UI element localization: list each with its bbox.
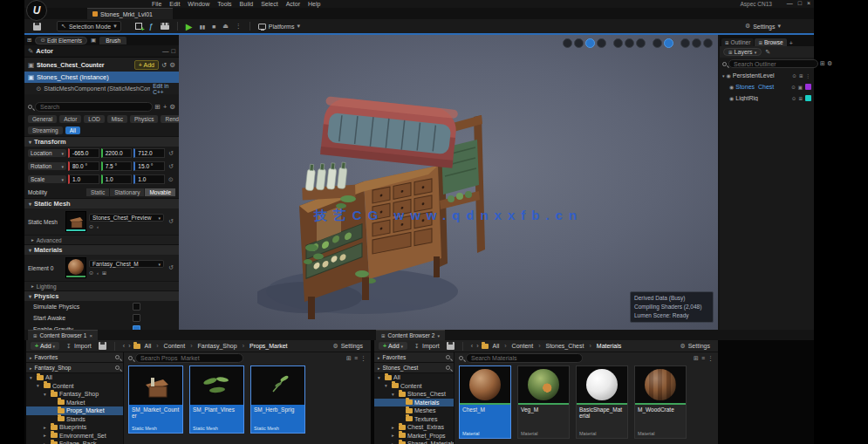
scale-snap-icon[interactable] [664, 38, 673, 48]
menu-select[interactable]: Select [261, 1, 277, 7]
close-tab-icon[interactable]: × [89, 333, 92, 338]
minimize-button[interactable]: — [787, 0, 793, 6]
view-options-icon[interactable]: ⋮ [707, 355, 714, 362]
breadcrumb[interactable]: All [144, 343, 151, 349]
rotation-x-field[interactable]: 80.0 ° [68, 161, 99, 171]
tab-browse[interactable]: ⊞Browse [755, 38, 786, 46]
material-combobox[interactable]: Fantasy_Chest_M▾ [89, 260, 164, 268]
import-button[interactable]: ↧Import [63, 342, 95, 351]
filter-rendering[interactable]: Rendering [161, 115, 179, 123]
add-tab-button[interactable]: + [789, 40, 793, 46]
location-z-field[interactable]: 712.0 [133, 148, 165, 158]
reset-material-button[interactable]: ↺ [167, 264, 175, 271]
asset-card[interactable]: SM_Plant_VinesStatic Mesh [189, 365, 244, 434]
3d-viewport[interactable]: 技艺CG www.qdnxxfb.cn Derived Data (Busy) … [179, 35, 718, 330]
close-button[interactable]: × [807, 0, 810, 6]
breadcrumb[interactable]: Content [512, 343, 534, 349]
location-dropdown[interactable]: Location▾ [28, 149, 66, 157]
breadcrumb-current[interactable]: Materials [597, 343, 621, 349]
expander-icon[interactable]: ▾ [722, 73, 725, 79]
scale-tool-icon[interactable] [597, 38, 606, 48]
grid-snap-icon[interactable] [625, 38, 634, 48]
edit-in-cpp-link[interactable]: Edit in C++ [153, 83, 175, 95]
layers-dropdown[interactable]: ⊞Layers▾ [723, 48, 762, 56]
tree-item[interactable]: ▸Environment_Set [26, 432, 123, 441]
component-row[interactable]: ⊙ StaticMeshComponent (StaticMeshCompone… [24, 83, 179, 94]
breadcrumb[interactable]: Fantasy_Shop [197, 343, 236, 349]
tab-brush[interactable]: Brush [99, 37, 126, 44]
tab-options-icon[interactable]: ▾ [437, 333, 440, 338]
pin-icon[interactable]: ⊙ [792, 73, 797, 79]
expand-icon[interactable]: □ [171, 47, 175, 55]
material-thumbnail[interactable] [65, 257, 86, 278]
tree-item[interactable]: Meshes [374, 406, 454, 415]
save-all-icon[interactable] [447, 342, 455, 350]
pin-icon[interactable]: ⊙ [792, 96, 797, 101]
tree-item[interactable]: ▾Content [374, 382, 454, 391]
menu-actor[interactable]: Actor [286, 1, 300, 7]
scale-x-field[interactable]: 1.0 [68, 174, 99, 184]
content-browser-1-tab[interactable]: ⊞ Content Browser 1 × [28, 330, 98, 340]
screenshot-icon[interactable] [692, 38, 701, 48]
view-grid-icon[interactable]: ⊞ [346, 355, 352, 362]
asset-search-input[interactable] [135, 353, 243, 363]
tree-item[interactable]: Market [26, 399, 123, 407]
filter-actor[interactable]: Actor [59, 115, 81, 123]
pin-icon[interactable]: ⊙ [791, 85, 796, 90]
use-selected-icon[interactable]: ‹ [97, 223, 99, 229]
lock-scale-button[interactable]: ⊙ [167, 176, 175, 183]
favorites-header[interactable]: ▸Favorites [26, 352, 123, 363]
pause-button[interactable]: ▮▮ [195, 23, 208, 31]
mobility-static[interactable]: Static [86, 188, 109, 196]
menu-edit[interactable]: Edit [169, 1, 180, 7]
level-tab[interactable]: Stones_Mrkt_Lvl01 [87, 8, 173, 19]
reset-location-button[interactable]: ↺ [167, 150, 175, 157]
scale-y-field[interactable]: 1.0 [101, 174, 133, 184]
rotation-dropdown[interactable]: Rotation▾ [28, 162, 66, 170]
add-actor-button[interactable] [132, 22, 146, 31]
camera-speed-icon[interactable] [680, 38, 690, 48]
collapse-icon[interactable]: — [162, 47, 169, 55]
tree-root-header[interactable]: ▸Fantasy_Shop [26, 363, 123, 373]
asset-card[interactable]: SM_Market_CounterStatic Mesh [128, 365, 183, 434]
view-list-icon[interactable]: ≡ [701, 355, 705, 361]
mobility-stationary[interactable]: Stationary [110, 188, 144, 196]
market-chest-model[interactable] [257, 68, 510, 330]
editor-mode-dropdown[interactable]: ↖ Selection Mode ▾ [57, 21, 121, 31]
tree-item[interactable]: ▸Shared_Materials [374, 440, 454, 444]
gear-icon[interactable]: ⚙ [169, 61, 175, 69]
back-icon[interactable]: ‹ [471, 343, 473, 349]
outliner-row-level[interactable]: ▾ ◉ PersistentLevel ⊙ ⊞ ⋮ [720, 70, 814, 81]
pencil-icon[interactable]: ✎ [765, 49, 770, 56]
asset-card[interactable]: BasicShape_MaterialMaterial [576, 365, 628, 439]
outliner-row-light[interactable]: ◉ LightRig ⊙ ⊞ [720, 92, 814, 104]
location-x-field[interactable]: -665.0 [68, 148, 99, 158]
save-button[interactable] [30, 22, 44, 31]
breadcrumb[interactable]: Content [164, 343, 186, 349]
edit-elements-toggle[interactable]: ⊙Edit Elements [35, 37, 87, 44]
advanced-expander[interactable]: ▸Advanced [24, 235, 179, 244]
use-selected-icon[interactable]: ‹ [97, 270, 99, 276]
forward-icon[interactable]: › [476, 343, 478, 349]
menu-build[interactable]: Build [240, 1, 254, 7]
copy-icon[interactable]: ▣ [91, 37, 96, 44]
surface-snap-icon[interactable] [613, 38, 623, 48]
view-options-icon[interactable]: ⋮ [360, 355, 366, 362]
lighting-expander[interactable]: ▸Lighting [24, 281, 179, 290]
filter-icon[interactable]: ⊞ [820, 60, 825, 67]
menu-help[interactable]: Help [308, 1, 320, 7]
tree-root-header[interactable]: ▸Stones_Chest [374, 363, 454, 373]
visibility-eye-icon[interactable]: ◉ [729, 84, 734, 90]
menu-tools[interactable]: Tools [217, 1, 231, 7]
favorites-header[interactable]: ▸Favorites [374, 352, 454, 363]
scale-z-field[interactable]: 1.0 [133, 174, 165, 184]
rotate-tool-icon[interactable] [585, 38, 595, 48]
reset-icon[interactable]: ↺ [161, 61, 167, 69]
breadcrumb[interactable]: Stones_Chest [545, 343, 584, 349]
tree-item-selected[interactable]: Materials [374, 399, 454, 407]
rotation-z-field[interactable]: 15.0 ° [133, 161, 165, 171]
filter-physics[interactable]: Physics [130, 115, 158, 123]
tree-item[interactable]: ▾All [374, 373, 454, 382]
tree-item-selected[interactable]: Props_Market [26, 406, 123, 415]
outliner-search-input[interactable] [728, 59, 818, 68]
